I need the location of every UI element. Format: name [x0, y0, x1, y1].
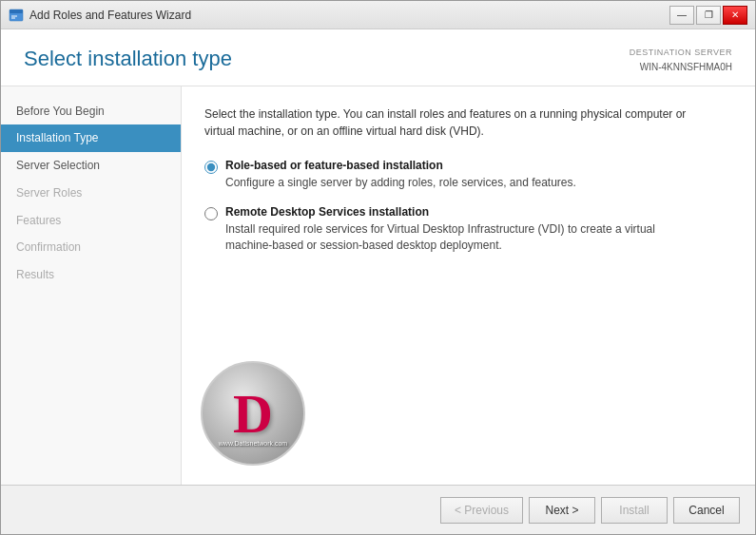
page-title: Select installation type — [24, 47, 232, 71]
wizard-icon — [9, 8, 24, 23]
content-area: Select installation type DESTINATION SER… — [1, 29, 755, 485]
logo-text: www.Datlsnetwork.com — [219, 440, 287, 447]
next-button[interactable]: Next > — [529, 497, 595, 524]
sidebar-item-server-roles: Server Roles — [1, 180, 181, 207]
cancel-button[interactable]: Cancel — [673, 497, 740, 524]
remote-desktop-desc: Install required role services for Virtu… — [225, 221, 701, 254]
remote-desktop-option[interactable]: Remote Desktop Services installation Ins… — [204, 205, 732, 254]
install-button[interactable]: Install — [601, 497, 668, 524]
logo-circle: D www.Datlsnetwork.com — [201, 361, 305, 466]
title-bar-left: Add Roles and Features Wizard — [9, 8, 191, 23]
sidebar-item-server-selection[interactable]: Server Selection — [1, 152, 181, 180]
role-based-option[interactable]: Role-based or feature-based installation… — [204, 159, 732, 191]
remote-desktop-label: Remote Desktop Services installation — [225, 205, 701, 219]
main-body: Before You Begin Installation Type Serve… — [1, 86, 755, 486]
title-bar: Add Roles and Features Wizard — ❐ ✕ — [1, 1, 755, 29]
destination-label: DESTINATION SERVER — [630, 47, 732, 60]
header-section: Select installation type DESTINATION SER… — [1, 29, 755, 86]
title-bar-title: Add Roles and Features Wizard — [29, 9, 191, 22]
description-text: Select the installation type. You can in… — [204, 105, 699, 140]
wizard-window: Add Roles and Features Wizard — ❐ ✕ Sele… — [0, 0, 756, 535]
role-based-label: Role-based or feature-based installation — [225, 159, 576, 172]
role-based-radio[interactable] — [204, 161, 218, 174]
sidebar: Before You Begin Installation Type Serve… — [1, 86, 182, 486]
logo-area: D www.Datlsnetwork.com — [201, 361, 305, 466]
sidebar-item-results: Results — [1, 261, 181, 289]
svg-rect-1 — [10, 10, 23, 13]
remote-desktop-radio[interactable] — [204, 207, 218, 220]
title-bar-controls: — ❐ ✕ — [669, 6, 747, 25]
content-panel: Select the installation type. You can in… — [182, 86, 755, 486]
sidebar-item-features: Features — [1, 207, 181, 235]
role-based-desc: Configure a single server by adding role… — [225, 175, 576, 191]
destination-server-info: DESTINATION SERVER WIN-4KNNSFHMA0H — [630, 47, 732, 74]
minimize-button[interactable]: — — [669, 6, 694, 25]
remote-desktop-content: Remote Desktop Services installation Ins… — [225, 205, 701, 254]
role-based-content: Role-based or feature-based installation… — [225, 159, 576, 191]
footer: < Previous Next > Install Cancel — [1, 485, 755, 534]
close-button[interactable]: ✕ — [723, 6, 747, 25]
destination-server-name: WIN-4KNNSFHMA0H — [630, 60, 732, 74]
restore-button[interactable]: ❐ — [696, 6, 721, 25]
sidebar-item-installation-type[interactable]: Installation Type — [1, 124, 181, 152]
logo-letter: D — [233, 382, 273, 446]
sidebar-item-before-you-begin[interactable]: Before You Begin — [1, 98, 181, 125]
previous-button[interactable]: < Previous — [440, 497, 523, 524]
sidebar-item-confirmation: Confirmation — [1, 234, 181, 261]
